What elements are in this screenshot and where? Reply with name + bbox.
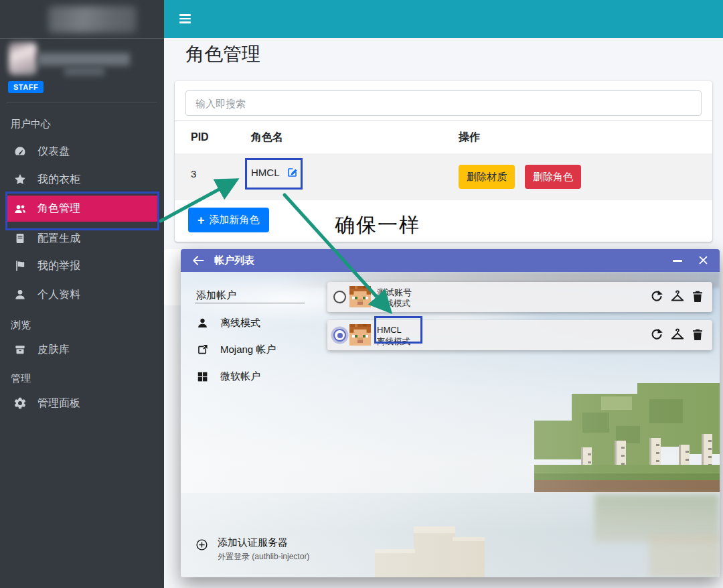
minecraft-face-avatar (349, 324, 371, 346)
sand-block (375, 553, 415, 577)
mojang-account-item[interactable]: Mojang 帐户 (196, 340, 317, 359)
col-name: 角色名 (251, 121, 283, 154)
page-title: 角色管理 (185, 42, 260, 67)
radio-selected[interactable] (333, 329, 346, 342)
brand-bar[interactable] (0, 0, 164, 39)
account-name: 测试账号 (377, 287, 412, 299)
tree-canopy (582, 413, 609, 433)
gear-icon (13, 396, 27, 410)
delete-texture-button[interactable]: 删除材质 (459, 165, 515, 189)
dirt-block (534, 480, 720, 492)
sidebar-item-profile[interactable]: 个人资料 (5, 281, 159, 308)
user-subtitle-redacted (64, 67, 104, 76)
radio-unselected[interactable] (333, 291, 346, 303)
hmcl-window-body: 添加帐户 离线模式 Mojang 帐户 微软帐户 (181, 272, 720, 577)
hamburger-icon[interactable] (179, 14, 191, 23)
sidebar-item-skin-library[interactable]: 皮肤库 (5, 336, 159, 363)
mojang-account-label: Mojang 帐户 (220, 344, 276, 356)
user-icon (13, 288, 27, 301)
add-auth-server-label[interactable]: 添加认证服务器 (218, 536, 288, 549)
account-type: 离线模式 (377, 336, 410, 348)
sidebar-item-label: 我的举报 (37, 259, 80, 273)
microsoft-account-item[interactable]: 微软帐户 (196, 367, 317, 386)
sidebar-section-admin: 管理 (11, 372, 31, 385)
background-card-edge (164, 249, 181, 305)
account-name: HMCL (377, 325, 402, 335)
sidebar-item-dashboard[interactable]: 仪表盘 (5, 138, 159, 165)
star-icon (13, 173, 27, 186)
sidebar-item-label: 我的衣柜 (37, 173, 80, 187)
divider (7, 102, 157, 102)
sidebar: STAFF 用户中心 仪表盘 我的衣柜 角色管理 配置生成 (0, 0, 164, 588)
divider (195, 303, 305, 303)
col-actions: 操作 (459, 121, 480, 154)
user-icon (196, 317, 209, 329)
delete-character-button[interactable]: 删除角色 (525, 165, 581, 189)
back-arrow-icon[interactable] (191, 254, 205, 267)
offline-mode-label: 离线模式 (220, 317, 260, 329)
cell-pid: 3 (191, 153, 196, 195)
authlib-injector-sublabel: 外置登录 (authlib-injector) (218, 551, 309, 563)
sidebar-item-label: 皮肤库 (37, 343, 70, 357)
sidebar-item-my-reports[interactable]: 我的举报 (5, 252, 159, 279)
hmcl-titlebar: 帐户列表 (181, 249, 720, 272)
close-icon[interactable] (698, 254, 709, 266)
microsoft-account-label: 微软帐户 (220, 370, 260, 383)
offline-mode-item[interactable]: 离线模式 (196, 313, 317, 332)
sidebar-item-config-generator[interactable]: 配置生成 (5, 225, 159, 252)
trash-icon[interactable] (690, 327, 705, 342)
add-account-header: 添加帐户 (196, 289, 236, 302)
add-character-button[interactable]: + 添加新角色 (188, 208, 269, 232)
water-reflection (649, 534, 720, 577)
book-icon (13, 232, 27, 245)
cell-name: HMCL (251, 166, 299, 179)
annotation-note: 确保一样 (335, 212, 420, 239)
edit-icon[interactable] (286, 166, 299, 179)
users-icon (13, 202, 27, 216)
refresh-icon[interactable] (649, 289, 664, 304)
minimize-icon[interactable] (673, 260, 682, 262)
windows-icon (196, 370, 209, 383)
flag-icon (13, 259, 27, 273)
sidebar-item-label: 仪表盘 (37, 145, 70, 159)
sidebar-item-character-management[interactable]: 角色管理 (5, 196, 159, 222)
search-input[interactable] (185, 90, 702, 116)
col-pid: PID (191, 121, 209, 154)
sidebar-item-closet[interactable]: 我的衣柜 (5, 166, 159, 193)
sidebar-item-label: 角色管理 (37, 202, 80, 216)
add-character-label: 添加新角色 (210, 214, 260, 226)
sidebar-item-admin-panel[interactable]: 管理面板 (5, 390, 159, 417)
account-card-test[interactable]: 测试账号 离线模式 (327, 282, 712, 312)
grass-block (534, 465, 720, 474)
tree-canopy (649, 399, 683, 423)
mojang-icon (196, 344, 209, 356)
username-redacted (37, 53, 130, 66)
trash-icon[interactable] (690, 289, 705, 304)
sidebar-section-browse: 浏览 (11, 319, 31, 332)
sidebar-item-label: 个人资料 (37, 288, 80, 302)
table-row: 3 HMCL 删除材质 删除角色 (175, 153, 712, 200)
character-name: HMCL (251, 167, 280, 178)
table-header: PID 角色名 操作 (175, 120, 712, 155)
topbar (164, 0, 723, 38)
sidebar-item-label: 配置生成 (37, 232, 80, 246)
screenshot-root: STAFF 用户中心 仪表盘 我的衣柜 角色管理 配置生成 (0, 0, 723, 588)
tachometer-icon (13, 145, 27, 158)
sand-block (414, 533, 455, 577)
refresh-icon[interactable] (649, 327, 664, 342)
account-card-hmcl[interactable]: HMCL 离线模式 (327, 320, 712, 350)
sand-block (453, 541, 485, 577)
hanger-skin-icon[interactable] (670, 327, 685, 342)
plus-icon: + (197, 214, 205, 226)
account-type: 离线模式 (377, 298, 410, 309)
plus-circle-icon[interactable] (195, 538, 208, 551)
hmcl-account-window: 添加帐户 离线模式 Mojang 帐户 微软帐户 (181, 249, 720, 577)
minecraft-face-avatar (349, 286, 371, 307)
tree-canopy (601, 396, 632, 410)
sidebar-item-label: 管理面板 (37, 396, 80, 411)
hanger-skin-icon[interactable] (670, 289, 685, 304)
character-card: PID 角色名 操作 3 HMCL 删除材质 删除角色 + 添加新角色 (175, 81, 712, 242)
archive-icon (13, 343, 27, 356)
staff-badge: STAFF (8, 81, 44, 93)
window-title: 帐户列表 (214, 254, 254, 267)
